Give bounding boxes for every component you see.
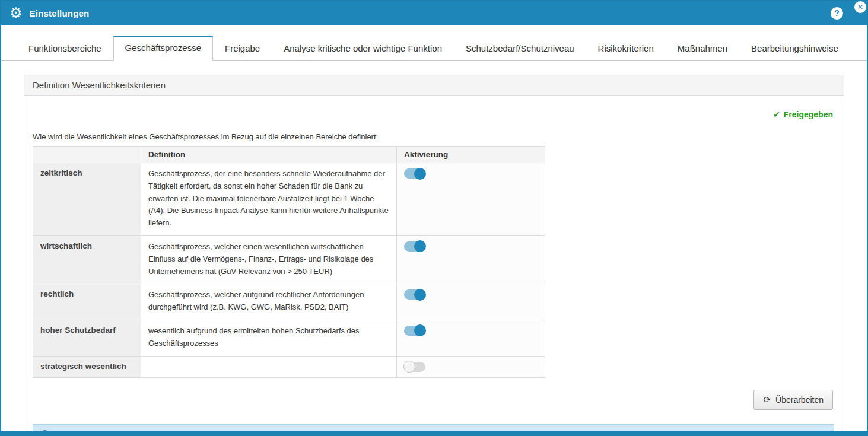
gear-icon: ⚙ <box>9 6 23 20</box>
table-row: rechtlichGeschäftsprozess, welcher aufgr… <box>33 284 545 320</box>
activation-toggle[interactable] <box>404 241 425 252</box>
criterion-label: rechtlich <box>33 284 141 320</box>
activation-toggle[interactable] <box>404 362 425 372</box>
tab-massnahmen[interactable]: Maßnahmen <box>666 36 739 61</box>
criterion-label: wirtschaftlich <box>33 235 141 284</box>
tab-freigabe[interactable]: Freigabe <box>213 36 272 61</box>
panel-title: Definition Wesentlichkeitskriterien <box>24 75 844 96</box>
toggle-knob-icon <box>403 361 415 373</box>
toggle-knob-icon <box>414 168 426 180</box>
criterion-label: hoher Schutzbedarf <box>33 320 141 356</box>
tab-schutzbedarf-schutzniveau[interactable]: Schutzbedarf/Schutzniveau <box>454 36 586 61</box>
release-status: ✔Freigegeben <box>33 110 833 119</box>
table-header-row: Definition Aktivierung <box>33 147 545 163</box>
criterion-definition: wesentlich aufgrund des ermittelten hohe… <box>141 320 397 356</box>
activation-toggle[interactable] <box>404 289 425 300</box>
intro-text: Wie wird die Wesentlichkeit eines Geschä… <box>33 132 834 141</box>
criterion-definition: Geschäftsprozess, welcher einen wesentli… <box>141 235 397 284</box>
status-label: Freigegeben <box>784 110 833 119</box>
settings-window: ⚙ Einstellungen ? ✕ FunktionsbereicheGes… <box>0 0 868 436</box>
tab-bearbeitungshinweise[interactable]: Bearbeitungshinweise <box>739 36 850 61</box>
header-empty <box>33 147 141 163</box>
settings-panel: Definition Wesentlichkeitskriterien ✔Fre… <box>24 75 844 436</box>
button-row: ⟳ Überarbeiten <box>33 390 833 410</box>
tab-funktionsbereiche[interactable]: Funktionsbereiche <box>17 36 113 61</box>
criterion-label: zeitkritisch <box>33 163 141 236</box>
criteria-table: Definition Aktivierung zeitkritischGesch… <box>33 146 545 378</box>
toggle-knob-icon <box>414 240 426 252</box>
help-button[interactable]: ? <box>831 7 843 20</box>
checkmark-icon: ✔ <box>773 110 780 119</box>
rework-button-label: Überarbeiten <box>775 395 824 405</box>
criterion-activation-cell <box>397 235 545 284</box>
criterion-activation-cell <box>397 356 545 377</box>
toggle-knob-icon <box>414 289 426 301</box>
panel-body: ✔Freigegeben Wie wird die Wesentlichkeit… <box>24 96 844 436</box>
criterion-activation-cell <box>397 320 545 356</box>
tab-geschaeftsprozesse[interactable]: Geschäftsprozesse <box>113 36 213 61</box>
table-row: wirtschaftlichGeschäftsprozess, welcher … <box>33 235 545 284</box>
info-bold: Deaktivierung <box>160 430 213 436</box>
refresh-icon: ⟳ <box>763 395 771 404</box>
criterion-definition: Geschäftsprozess, der eine besonders sch… <box>141 163 397 236</box>
tab-risikokriterien[interactable]: Risikokriterien <box>586 36 666 61</box>
header-aktivierung: Aktivierung <box>397 147 545 163</box>
toggle-knob-icon <box>414 324 426 336</box>
rework-button[interactable]: ⟳ Überarbeiten <box>753 390 833 410</box>
activation-toggle[interactable] <box>404 168 425 179</box>
info-text: Bitte beachten Sie, dass eine Deaktivier… <box>54 430 504 436</box>
tab-bar: FunktionsbereicheGeschäftsprozesseFreiga… <box>1 25 867 61</box>
table-row: hoher Schutzbedarfwesentlich aufgrund de… <box>33 320 545 356</box>
info-bar: i Bitte beachten Sie, dass eine Deaktivi… <box>33 424 834 436</box>
table-row: zeitkritischGeschäftsprozess, der eine b… <box>33 163 545 236</box>
window-title: Einstellungen <box>30 8 90 18</box>
activation-toggle[interactable] <box>404 326 425 336</box>
criterion-activation-cell <box>397 284 545 320</box>
criterion-definition <box>141 356 397 377</box>
tab-analyse-kritische-oder-wichtige-funktion[interactable]: Analyse kritische oder wichtige Funktion <box>272 36 454 61</box>
close-button[interactable]: ✕ <box>854 1 867 14</box>
criterion-label: strategisch wesentlich <box>33 356 141 377</box>
title-bar: ⚙ Einstellungen ? ✕ <box>1 1 867 25</box>
info-icon: i <box>40 430 49 436</box>
criterion-definition: Geschäftsprozess, welcher aufgrund recht… <box>141 284 397 320</box>
criteria-table-body: zeitkritischGeschäftsprozess, der eine b… <box>33 163 545 378</box>
header-definition: Definition <box>141 147 397 163</box>
criterion-activation-cell <box>397 163 545 236</box>
table-row: strategisch wesentlich <box>33 356 545 377</box>
